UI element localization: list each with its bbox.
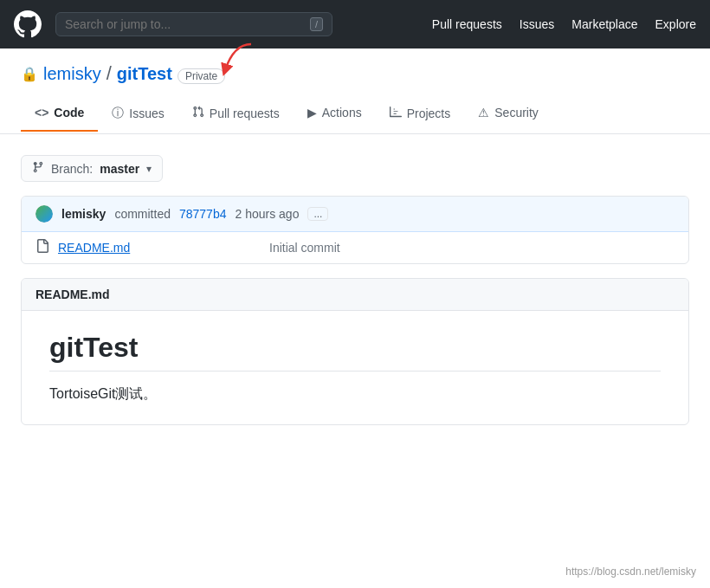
security-icon: ⚠ — [478, 106, 489, 120]
nav-marketplace[interactable]: Marketplace — [571, 17, 637, 31]
search-input[interactable] — [65, 17, 303, 31]
branch-selector[interactable]: Branch: master ▾ — [21, 155, 163, 182]
branch-name: master — [100, 162, 139, 176]
search-shortcut: / — [310, 17, 323, 31]
tab-actions[interactable]: ▶ Actions — [294, 95, 376, 133]
repo-name-link[interactable]: gitTest — [117, 64, 172, 84]
nav-explore[interactable]: Explore — [655, 17, 696, 31]
topnav-links: Pull requests Issues Marketplace Explore — [432, 17, 696, 31]
readme-header: README.md — [22, 279, 688, 311]
avatar-image — [36, 205, 53, 223]
tab-security[interactable]: ⚠ Security — [464, 95, 552, 133]
commit-sha[interactable]: 78777b4 — [179, 207, 227, 221]
topnav: / Pull requests Issues Marketplace Explo… — [0, 0, 710, 48]
breadcrumb: 🔒 lemisky / gitTest Private — [21, 62, 689, 85]
search-box[interactable]: / — [55, 12, 332, 36]
readme-title: gitTest — [49, 332, 661, 372]
commit-author[interactable]: lemisky — [61, 207, 106, 221]
file-name-link[interactable]: README.md — [58, 241, 261, 255]
branch-label: Branch: — [51, 162, 93, 176]
repo-header: 🔒 lemisky / gitTest Private <> Code — [0, 48, 710, 134]
tab-issues[interactable]: ⓘ Issues — [98, 95, 178, 133]
nav-pull-requests[interactable]: Pull requests — [432, 17, 502, 31]
file-commit-message: Initial commit — [269, 241, 674, 255]
private-badge-wrapper: Private — [178, 64, 225, 84]
nav-issues[interactable]: Issues — [520, 17, 554, 31]
commit-time: 2 hours ago — [235, 207, 299, 221]
repo-owner-link[interactable]: lemisky — [43, 64, 101, 84]
commit-header: lemisky committed 78777b4 2 hours ago ..… — [22, 197, 688, 232]
file-icon — [36, 239, 49, 256]
pr-icon — [192, 106, 204, 120]
main-content: Branch: master ▾ lemisky committed 78777… — [0, 134, 710, 446]
code-icon: <> — [35, 106, 48, 120]
repo-tabs: <> Code ⓘ Issues Pull requests ▶ — [21, 95, 689, 133]
visibility-badge: Private — [178, 68, 225, 84]
readme-section: README.md gitTest TortoiseGit测试。 — [21, 278, 689, 425]
commit-message: committed — [114, 207, 171, 221]
table-row: README.md Initial commit — [22, 232, 688, 263]
tab-code[interactable]: <> Code — [21, 95, 98, 133]
lock-icon: 🔒 — [21, 66, 38, 82]
avatar — [36, 205, 53, 223]
tab-projects[interactable]: Projects — [376, 95, 465, 133]
chevron-down-icon: ▾ — [146, 163, 152, 175]
tab-pull-requests[interactable]: Pull requests — [178, 95, 294, 133]
readme-body: gitTest TortoiseGit测试。 — [22, 311, 688, 424]
readme-text: TortoiseGit测试。 — [49, 385, 661, 404]
projects-icon — [390, 106, 402, 120]
breadcrumb-separator: / — [106, 62, 112, 85]
file-table: lemisky committed 78777b4 2 hours ago ..… — [21, 196, 689, 264]
issues-icon: ⓘ — [112, 106, 124, 121]
branch-icon — [32, 161, 44, 176]
commit-more-button[interactable]: ... — [307, 207, 328, 221]
actions-icon: ▶ — [307, 106, 317, 120]
github-logo[interactable] — [14, 10, 42, 38]
